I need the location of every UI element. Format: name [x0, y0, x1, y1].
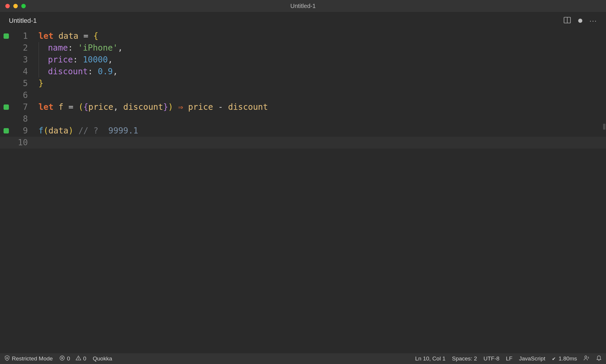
identifier: data — [58, 31, 78, 41]
shield-icon — [4, 355, 10, 363]
line-number: 5 — [12, 78, 30, 89]
quokka-status-button[interactable]: Quokka — [93, 355, 112, 362]
paren: ( — [78, 102, 83, 112]
code-line: 9 f(data) // ? 9999.1 — [0, 125, 606, 137]
quokka-output: 9999.1 — [108, 126, 138, 136]
code-line-current: 10 — [0, 137, 606, 149]
scrollbar-thumb[interactable] — [603, 124, 605, 130]
close-window-button[interactable] — [5, 4, 10, 8]
bell-icon — [596, 355, 602, 363]
code-line: 7 let f = ({price, discount}) ⇒ price - … — [0, 101, 606, 113]
identifier: discount — [228, 102, 268, 112]
eol-label: LF — [506, 355, 512, 362]
feedback-icon — [584, 355, 589, 363]
quokka-marker-icon — [0, 33, 12, 39]
punctuation: : — [73, 55, 83, 65]
identifier: f — [58, 102, 63, 112]
error-icon — [59, 355, 65, 363]
line-number: 4 — [12, 66, 30, 78]
line-number: 10 — [12, 137, 30, 149]
quokka-marker-icon — [0, 104, 12, 110]
paren: ) — [68, 126, 73, 136]
code-line: 8 — [0, 113, 606, 125]
punctuation: , — [113, 67, 118, 76]
keyword: let — [38, 102, 54, 112]
error-count: 0 — [67, 355, 70, 362]
punctuation: , — [118, 43, 123, 53]
svg-point-7 — [78, 359, 79, 359]
identifier: data — [49, 126, 68, 136]
minimize-window-button[interactable] — [13, 4, 18, 8]
window-controls — [0, 4, 26, 8]
code-line: 2 name: 'iPhone', — [0, 42, 606, 54]
code-line: 6 — [0, 89, 606, 101]
brace: { — [83, 102, 88, 112]
punctuation: : — [68, 43, 78, 53]
number: 10000 — [83, 55, 108, 65]
code-line: 4 discount: 0.9, — [0, 66, 606, 78]
line-number: 6 — [12, 89, 30, 101]
encoding-button[interactable]: UTF-8 — [483, 355, 499, 362]
line-number: 2 — [12, 42, 30, 54]
warning-count: 0 — [83, 355, 86, 362]
comment: // ? — [78, 126, 98, 136]
editor-area[interactable]: 1 let data = { 2 name: 'iPhone', 3 price… — [0, 29, 606, 353]
eol-button[interactable]: LF — [506, 355, 512, 362]
notifications-button[interactable] — [596, 355, 602, 363]
identifier: price — [188, 102, 213, 112]
line-number: 1 — [12, 30, 30, 42]
cursor-position-label: Ln 10, Col 1 — [415, 355, 445, 362]
language-label: JavaScript — [519, 355, 545, 362]
maximize-window-button[interactable] — [21, 4, 26, 8]
brace: } — [38, 78, 43, 88]
timing-label: 1.80ms — [559, 355, 577, 362]
tab-untitled[interactable]: Untitled-1 — [0, 12, 46, 29]
property: name — [48, 43, 68, 53]
tab-actions: ··· — [563, 16, 602, 25]
code-line: 1 let data = { — [0, 30, 606, 42]
punctuation: , — [108, 55, 113, 65]
punctuation: , — [113, 102, 123, 112]
paren: ( — [43, 126, 49, 136]
string: 'iPhone' — [78, 43, 118, 53]
indentation-label: Spaces: 2 — [452, 355, 477, 362]
problems-button[interactable]: 0 0 — [59, 355, 86, 363]
warning-icon — [75, 355, 81, 363]
line-number: 3 — [12, 54, 30, 66]
brace: } — [163, 102, 168, 112]
window-title: Untitled-1 — [290, 3, 316, 9]
status-bar: Restricted Mode 0 — [0, 353, 606, 364]
quokka-marker-icon — [0, 128, 12, 133]
split-editor-icon[interactable] — [563, 16, 571, 25]
tab-modified-indicator[interactable] — [578, 19, 582, 23]
arrow: ⇒ — [173, 102, 188, 112]
quokka-label: Quokka — [93, 355, 112, 362]
quokka-timing-button[interactable]: 1.80ms — [552, 355, 577, 362]
tab-bar: Untitled-1 ··· — [0, 12, 606, 29]
code-line: 3 price: 10000, — [0, 54, 606, 66]
more-actions-icon[interactable]: ··· — [589, 17, 597, 25]
keyword: let — [38, 31, 54, 41]
feedback-button[interactable] — [584, 355, 589, 363]
app-window: Untitled-1 Untitled-1 ··· 1 let data = { — [0, 0, 606, 364]
operator: = — [63, 102, 78, 112]
operator: - — [213, 102, 228, 112]
cursor-position-button[interactable]: Ln 10, Col 1 — [415, 355, 445, 362]
function-call: f — [38, 126, 43, 136]
restricted-mode-label: Restricted Mode — [12, 355, 53, 362]
svg-point-2 — [7, 357, 8, 358]
property: discount — [48, 67, 88, 76]
line-number: 7 — [12, 101, 30, 113]
identifier: price — [88, 102, 113, 112]
punctuation: : — [88, 67, 98, 76]
restricted-mode-button[interactable]: Restricted Mode — [4, 355, 53, 363]
indentation-button[interactable]: Spaces: 2 — [452, 355, 477, 362]
encoding-label: UTF-8 — [483, 355, 499, 362]
operator: = — [78, 31, 94, 41]
number: 0.9 — [98, 67, 113, 76]
line-number: 8 — [12, 113, 30, 125]
code-line: 5 } — [0, 78, 606, 89]
titlebar: Untitled-1 — [0, 0, 606, 12]
language-mode-button[interactable]: JavaScript — [519, 355, 545, 362]
paren: ) — [168, 102, 173, 112]
